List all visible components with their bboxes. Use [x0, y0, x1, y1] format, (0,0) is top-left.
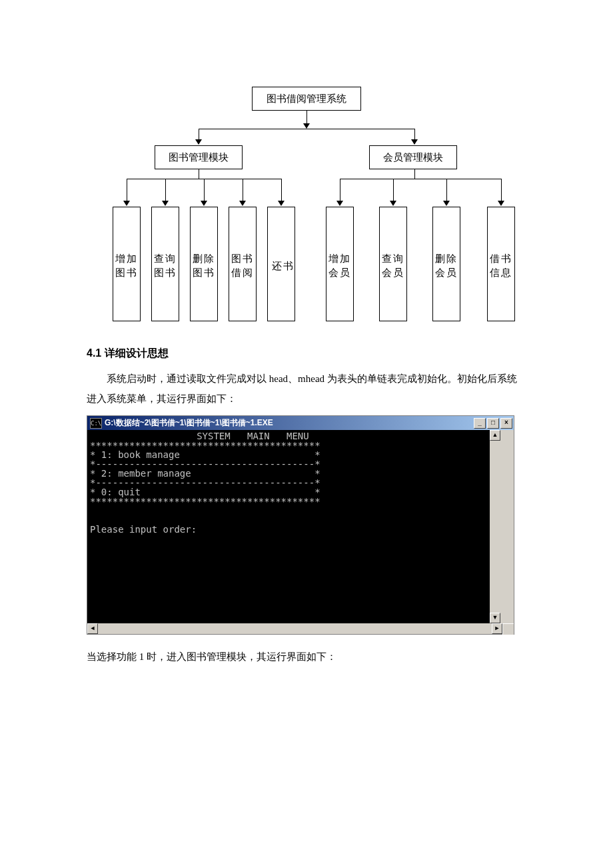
org-chart-diagram: 图书借阅管理系统 图书管理模块 会员管理模块	[93, 87, 520, 327]
console-window: C:\ G:\数据结~2\图书借~1\图书借~1\图书借~1.EXE _ □ ×…	[87, 415, 514, 635]
minimize-button[interactable]: _	[474, 418, 486, 429]
diagram-module-members: 会员管理模块	[369, 145, 457, 169]
diagram-leaf-query-member: 查询会员	[379, 207, 407, 321]
diagram-leaf-borrow-info: 借书信息	[487, 207, 515, 321]
diagram-leaf-query-book: 查询图书	[151, 207, 179, 321]
maximize-button[interactable]: □	[487, 418, 499, 429]
scroll-up-button[interactable]: ▲	[490, 430, 500, 441]
scroll-down-button[interactable]: ▼	[490, 613, 500, 623]
window-titlebar: C:\ G:\数据结~2\图书借~1\图书借~1\图书借~1.EXE _ □ ×	[87, 416, 514, 430]
console-output: SYSTEM MAIN MENU ***********************…	[87, 430, 490, 623]
diagram-leaf-delete-member: 删除会员	[432, 207, 460, 321]
diagram-root: 图书借阅管理系统	[252, 87, 361, 111]
diagram-leaf-borrow: 图书借阅	[229, 207, 257, 321]
vertical-scrollbar[interactable]: ▲ ▼	[490, 430, 500, 623]
resize-grip[interactable]	[502, 623, 514, 635]
diagram-leaf-delete-book: 删除图书	[190, 207, 218, 321]
diagram-leaf-add-member: 增加会员	[326, 207, 354, 321]
close-button[interactable]: ×	[500, 418, 512, 429]
diagram-leaf-return: 还书	[267, 207, 295, 321]
cmd-icon: C:\	[90, 418, 102, 429]
horizontal-scrollbar[interactable]: ◄ ►	[87, 623, 514, 634]
section-heading: 4.1 详细设计思想	[87, 347, 526, 361]
paragraph-1: 系统启动时，通过读取文件完成对以 head、mhead 为表头的单链表完成初始化…	[87, 369, 526, 409]
diagram-leaf-add-book: 增加图书	[113, 207, 141, 321]
diagram-module-books: 图书管理模块	[155, 145, 243, 169]
scroll-left-button[interactable]: ◄	[87, 623, 98, 634]
window-title: G:\数据结~2\图书借~1\图书借~1\图书借~1.EXE	[105, 417, 273, 429]
scroll-right-button[interactable]: ►	[492, 623, 502, 634]
paragraph-2: 当选择功能 1 时，进入图书管理模块，其运行界面如下：	[87, 647, 526, 667]
